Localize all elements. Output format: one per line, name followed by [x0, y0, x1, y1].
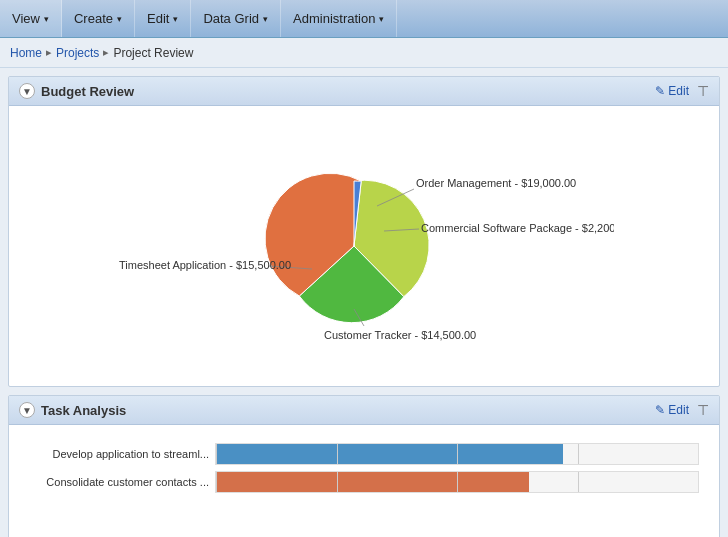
task-panel-title: Task Analysis: [41, 403, 126, 418]
task-panel-title-left: ▼ Task Analysis: [19, 402, 126, 418]
budget-chart-area: Order Management - $19,000.00 Commercial…: [19, 116, 709, 376]
svg-text:Order Management - $19,000.00: Order Management - $19,000.00: [416, 177, 576, 189]
task-panel-header: ▼ Task Analysis ✎ Edit ⊤: [9, 396, 719, 425]
budget-panel-body: Order Management - $19,000.00 Commercial…: [9, 106, 719, 386]
nav-label-administration: Administration: [293, 11, 375, 26]
nav-item-administration[interactable]: Administration▾: [281, 0, 397, 37]
budget-panel-toggle[interactable]: ▼: [19, 83, 35, 99]
bar-label-2: Consolidate customer contacts ...: [29, 476, 209, 488]
budget-review-panel: ▼ Budget Review ✎ Edit ⊤: [8, 76, 720, 387]
nav-item-create[interactable]: Create▾: [62, 0, 135, 37]
svg-text:Commercial Software Package - : Commercial Software Package - $2,200.00: [421, 222, 614, 234]
task-bar-chart: Develop application to streaml...: [19, 435, 709, 535]
nav-item-edit[interactable]: Edit▾: [135, 0, 191, 37]
bar-track-1: [215, 443, 699, 465]
task-edit-button[interactable]: ✎ Edit: [655, 403, 689, 417]
bar-track-2: [215, 471, 699, 493]
task-pin-button[interactable]: ⊤: [697, 402, 709, 418]
budget-panel-header: ▼ Budget Review ✎ Edit ⊤: [9, 77, 719, 106]
nav-arrow-administration: ▾: [379, 14, 384, 24]
nav-label-create: Create: [74, 11, 113, 26]
nav-bar: View▾Create▾Edit▾Data Grid▾Administratio…: [0, 0, 728, 38]
svg-text:Timesheet Application - $15,50: Timesheet Application - $15,500.00: [119, 259, 291, 271]
main-content: ▼ Budget Review ✎ Edit ⊤: [0, 68, 728, 537]
nav-arrow-data-grid: ▾: [263, 14, 268, 24]
nav-item-data-grid[interactable]: Data Grid▾: [191, 0, 281, 37]
nav-arrow-view: ▾: [44, 14, 49, 24]
bar-label-1: Develop application to streaml...: [29, 448, 209, 460]
budget-panel-actions: ✎ Edit ⊤: [655, 83, 709, 99]
budget-panel-title-left: ▼ Budget Review: [19, 83, 134, 99]
table-row: Develop application to streaml...: [29, 443, 699, 465]
breadcrumb-separator: ▸: [46, 46, 52, 59]
breadcrumb-item-0[interactable]: Home: [10, 46, 42, 60]
breadcrumb-item-2: Project Review: [113, 46, 193, 60]
budget-pin-button[interactable]: ⊤: [697, 83, 709, 99]
breadcrumb: Home▸Projects▸Project Review: [0, 38, 728, 68]
budget-panel-title: Budget Review: [41, 84, 134, 99]
task-panel-actions: ✎ Edit ⊤: [655, 402, 709, 418]
budget-edit-button[interactable]: ✎ Edit: [655, 84, 689, 98]
task-panel-body: Develop application to streaml...: [9, 425, 719, 537]
task-analysis-panel: ▼ Task Analysis ✎ Edit ⊤ Develop applica…: [8, 395, 720, 537]
edit-icon: ✎: [655, 84, 665, 98]
nav-arrow-create: ▾: [117, 14, 122, 24]
nav-label-view: View: [12, 11, 40, 26]
task-panel-toggle[interactable]: ▼: [19, 402, 35, 418]
budget-pie-chart: Order Management - $19,000.00 Commercial…: [114, 131, 614, 361]
table-row: Consolidate customer contacts ...: [29, 471, 699, 493]
nav-item-view[interactable]: View▾: [0, 0, 62, 37]
bar-fill-2: [216, 472, 529, 492]
breadcrumb-item-1[interactable]: Projects: [56, 46, 99, 60]
nav-label-edit: Edit: [147, 11, 169, 26]
breadcrumb-separator: ▸: [103, 46, 109, 59]
nav-label-data-grid: Data Grid: [203, 11, 259, 26]
bar-fill-1: [216, 444, 563, 464]
task-edit-icon: ✎: [655, 403, 665, 417]
svg-text:Customer Tracker - $14,500.00: Customer Tracker - $14,500.00: [324, 329, 476, 341]
nav-arrow-edit: ▾: [173, 14, 178, 24]
